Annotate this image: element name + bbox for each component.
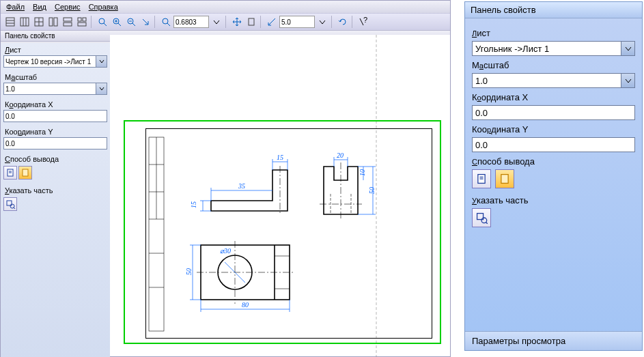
label-output-left: Способ вывода <box>1 152 110 165</box>
r-label-coord-y: Координата Y <box>472 124 635 134</box>
layout-icon-1[interactable] <box>46 15 60 29</box>
main-cad-window: Файл Вид Сервис Справка ? Панель свойств <box>0 0 451 357</box>
svg-text:50: 50 <box>185 268 193 275</box>
toolbar-separator-5 <box>331 16 334 28</box>
grid-icon-2[interactable] <box>18 15 31 29</box>
drawing-canvas[interactable]: 15 35 15 <box>110 35 450 356</box>
left-properties-panel: Лист /* cheat for partial underline hand… <box>1 43 110 357</box>
dropdown-icon-2[interactable] <box>316 15 329 29</box>
scale-input[interactable] <box>279 16 315 28</box>
r-label-coord-x: Координата Х <box>472 92 635 102</box>
svg-line-26 <box>167 23 170 26</box>
help-icon[interactable]: ? <box>356 15 370 29</box>
right-properties-panel: Панель свойств Лист Угольник ->Лист 1 Ма… <box>464 1 643 351</box>
svg-rect-14 <box>83 18 86 21</box>
svg-rect-15 <box>78 23 86 26</box>
svg-point-16 <box>99 18 104 24</box>
r-label-list: Лист <box>472 28 635 38</box>
zoom-arrow-icon[interactable] <box>139 15 152 29</box>
label-coord-x: Координата Х <box>1 98 110 110</box>
label-coord-y: Координата Y <box>1 125 110 137</box>
svg-line-21 <box>118 23 121 26</box>
scale-select-right[interactable]: 1.0 <box>472 73 635 88</box>
zoom-glass-icon[interactable] <box>159 15 173 29</box>
svg-rect-12 <box>64 23 72 26</box>
svg-text:10: 10 <box>359 169 366 176</box>
svg-line-35 <box>14 208 15 209</box>
zoom-in-icon[interactable] <box>110 15 124 29</box>
svg-text:80: 80 <box>242 301 249 309</box>
refresh-icon[interactable] <box>336 15 350 29</box>
menu-file[interactable]: Файл <box>6 3 25 11</box>
svg-text:20: 20 <box>337 152 344 159</box>
list-select-left[interactable]: Чертеж 10 версия ->Лист 1 <box>3 55 107 68</box>
scale-icon[interactable] <box>265 15 279 29</box>
grid-icon-3[interactable] <box>32 15 46 29</box>
coord-y-input-left[interactable] <box>3 137 107 149</box>
menu-help[interactable]: Справка <box>89 3 118 11</box>
pan-icon[interactable] <box>230 15 244 29</box>
label-scale: Масштаб <box>1 70 110 83</box>
svg-rect-90 <box>501 175 508 184</box>
svg-text:15: 15 <box>277 154 283 161</box>
toolbar-separator-2 <box>154 16 157 28</box>
svg-rect-27 <box>249 18 254 25</box>
toolbar-separator <box>91 16 94 28</box>
scale-select-left[interactable]: 1.0 <box>3 83 107 95</box>
svg-line-93 <box>486 222 488 224</box>
toolbar-separator-4 <box>260 16 263 28</box>
layout-icon-2[interactable] <box>61 15 74 29</box>
coord-y-input-right[interactable] <box>472 137 635 152</box>
right-panel-header: Панель свойств <box>465 2 642 18</box>
output-page-icon-right[interactable] <box>472 169 491 188</box>
grid-icon-1[interactable] <box>3 15 17 29</box>
svg-rect-0 <box>6 18 14 26</box>
label-part-left: Указать часть <box>1 184 110 196</box>
svg-rect-32 <box>23 169 28 176</box>
r-label-scale: Масштаб <box>472 60 635 70</box>
tab-view-parameters[interactable]: Параметры просмотра <box>465 331 642 350</box>
svg-point-25 <box>163 18 168 24</box>
part-select-icon[interactable] <box>3 197 17 211</box>
menu-service[interactable]: Сервис <box>55 3 81 11</box>
page-icon[interactable] <box>244 15 258 29</box>
zoom-out-icon[interactable] <box>124 15 138 29</box>
svg-rect-3 <box>20 18 29 26</box>
main-toolbar: ? <box>1 13 450 31</box>
r-label-part: Указать часть <box>472 195 635 205</box>
toolbar-separator-3 <box>225 16 228 28</box>
svg-text:35: 35 <box>238 182 245 190</box>
layout-icon-3[interactable] <box>75 15 89 29</box>
svg-line-17 <box>104 23 107 26</box>
svg-text:?: ? <box>363 17 367 24</box>
part-select-icon-right[interactable] <box>472 208 491 227</box>
menu-view[interactable]: Вид <box>33 3 46 11</box>
output-page-icon[interactable] <box>3 166 17 180</box>
svg-text:15: 15 <box>190 201 197 208</box>
svg-text:50: 50 <box>368 187 376 194</box>
label-list: Лист <box>1 43 110 55</box>
drawing-border: 15 35 15 <box>145 128 432 339</box>
coord-x-input-left[interactable] <box>3 110 107 122</box>
zoom-fit-icon[interactable] <box>96 15 109 29</box>
zoom-value-input[interactable] <box>173 16 209 28</box>
menu-bar: Файл Вид Сервис Справка <box>1 1 450 13</box>
print-preview-frame: 15 35 15 <box>124 120 441 344</box>
svg-rect-10 <box>54 18 57 26</box>
dropdown-icon[interactable] <box>210 15 223 29</box>
output-page-icon-right-selected[interactable] <box>495 169 514 188</box>
svg-rect-9 <box>49 18 53 26</box>
svg-rect-11 <box>64 18 72 21</box>
coord-x-input-right[interactable] <box>472 105 635 120</box>
svg-line-24 <box>132 23 135 26</box>
list-select-right[interactable]: Угольник ->Лист 1 <box>472 41 635 56</box>
r-label-output: Способ вывода <box>472 156 635 167</box>
toolbar-separator-6 <box>352 16 354 28</box>
output-page-icon-selected[interactable] <box>18 166 32 180</box>
svg-text:⌀30: ⌀30 <box>220 247 231 255</box>
svg-rect-13 <box>78 18 81 21</box>
